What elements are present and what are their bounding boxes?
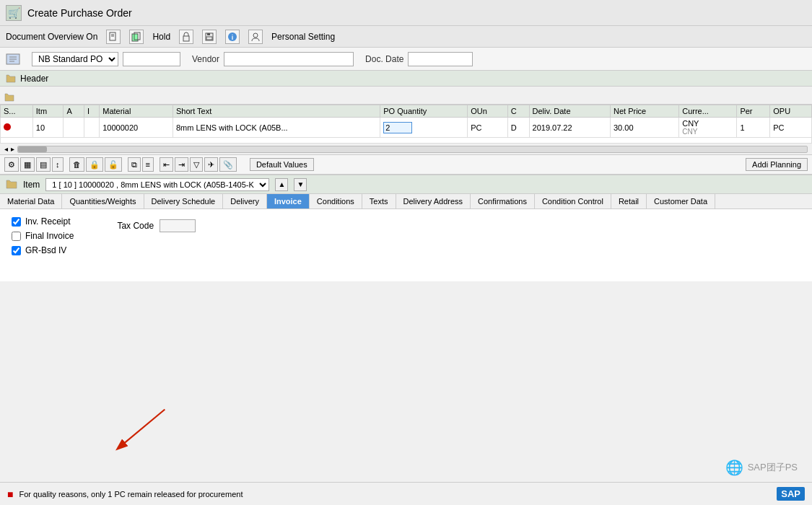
- filter-icon[interactable]: ▦: [20, 157, 35, 172]
- title-bar: 🛒 Create Purchase Order: [0, 0, 812, 26]
- page-title: Create Purchase Order: [27, 7, 132, 19]
- tab-texts[interactable]: Texts: [362, 194, 396, 208]
- po-type-field: NB Standard PO: [32, 52, 180, 66]
- svg-rect-7: [207, 33, 210, 35]
- detail-down-btn[interactable]: ▼: [294, 178, 307, 191]
- col-deliv-date: Deliv. Date: [529, 105, 610, 118]
- vendor-input[interactable]: 200062: [224, 52, 354, 66]
- cell-net-price: 30.00: [610, 118, 678, 138]
- po-type-icon: [6, 53, 20, 65]
- app-icon: 🛒: [6, 5, 22, 21]
- vendor-field: Vendor 200062: [192, 52, 354, 66]
- nav-icons-group: ⚙ ▦ ▤ ↕ 🗑 🔒 🔓 ⧉ ≡ ⇤ ⇥ ▽ ✈ 📎: [4, 157, 237, 172]
- col-i: I: [84, 105, 100, 118]
- delete-icon[interactable]: 🗑: [69, 157, 84, 172]
- inv-receipt-label: Inv. Receipt: [25, 216, 70, 227]
- gr-bsd-iv-checkbox[interactable]: [12, 246, 21, 255]
- po-qty-input[interactable]: [383, 122, 412, 133]
- tab-delivery-address[interactable]: Delivery Address: [396, 194, 471, 208]
- watermark-text: SAP团子PS: [748, 461, 798, 474]
- col-oun: OUn: [468, 105, 508, 118]
- tab-invoice[interactable]: Invoice: [267, 194, 310, 208]
- table-row[interactable]: 10 10000020 8mm LENS with LOCK (A05B... …: [1, 118, 812, 138]
- addi-planning-btn[interactable]: Addi Planning: [746, 158, 808, 171]
- tax-code-input[interactable]: [160, 219, 196, 232]
- inv-receipt-checkbox[interactable]: [12, 217, 21, 227]
- cell-opu: PC: [770, 118, 812, 138]
- sap-logo: SAP: [777, 487, 805, 501]
- horizontal-scrollbar[interactable]: [17, 146, 808, 153]
- item-select-dropdown[interactable]: 1 [ 10 ] 10000020 , 8mm LENS with LOCK (…: [45, 178, 269, 191]
- cell-deliv-date: 2019.07.22: [529, 118, 610, 138]
- doc-date-input[interactable]: 2019.04.12: [408, 52, 473, 66]
- po-type-dropdown[interactable]: NB Standard PO: [32, 52, 118, 66]
- folder-icon: [6, 74, 16, 84]
- tab-confirmations[interactable]: Confirmations: [471, 194, 535, 208]
- tab-condition-control[interactable]: Condition Control: [535, 194, 611, 208]
- col-currency: Curre...: [679, 105, 737, 118]
- tab-quantities-weights[interactable]: Quantities/Weights: [62, 194, 144, 208]
- status-dot-red: [4, 123, 11, 131]
- save-icon[interactable]: [202, 30, 217, 44]
- tax-code-row: Tax Code: [117, 219, 196, 232]
- cell-a: [64, 118, 84, 138]
- table-settings-icon[interactable]: ⚙: [4, 157, 19, 172]
- layout-icon[interactable]: ▤: [36, 157, 51, 172]
- cell-short-text: 8mm LENS with LOCK (A05B...: [173, 118, 380, 138]
- lock2-icon[interactable]: 🔒: [86, 157, 103, 172]
- copy-doc-icon[interactable]: [129, 30, 144, 44]
- col-per: Per: [737, 105, 770, 118]
- status-message: For quality reasons, only 1 PC remain re…: [19, 490, 243, 499]
- attach-icon[interactable]: 📎: [219, 157, 237, 172]
- col-itm: Itm: [32, 105, 64, 118]
- tab-customer-data[interactable]: Customer Data: [647, 194, 715, 208]
- align-left-icon[interactable]: ⇤: [160, 157, 173, 172]
- col-status: S...: [1, 105, 33, 118]
- tab-material-data[interactable]: Material Data: [0, 194, 62, 208]
- watermark: 🌐 SAP团子PS: [725, 459, 798, 476]
- scroll-left-icon[interactable]: ◂: [4, 145, 8, 153]
- tab-retail[interactable]: Retail: [611, 194, 647, 208]
- filter2-icon[interactable]: ▽: [190, 157, 203, 172]
- error-icon: ■: [7, 488, 13, 500]
- cell-itm: 10: [32, 118, 64, 138]
- items-table: S... Itm A I Material Short Text PO Quan…: [0, 105, 812, 144]
- final-invoice-label: Final Invoice: [25, 231, 74, 241]
- cell-po-qty[interactable]: [380, 118, 468, 138]
- person-settings-icon[interactable]: [248, 30, 263, 44]
- personal-setting-btn[interactable]: Personal Setting: [271, 32, 335, 42]
- detail-section: Item 1 [ 10 ] 10000020 , 8mm LENS with L…: [0, 175, 812, 281]
- final-invoice-checkbox[interactable]: [12, 232, 21, 241]
- detail-header: Item 1 [ 10 ] 10000020 , 8mm LENS with L…: [0, 175, 812, 194]
- plane-icon[interactable]: ✈: [204, 157, 218, 172]
- rows-icon[interactable]: ≡: [142, 157, 154, 172]
- cell-c: D: [507, 118, 529, 138]
- col-a: A: [64, 105, 84, 118]
- document-overview-btn[interactable]: Document Overview On: [6, 32, 97, 42]
- align-right-icon[interactable]: ⇥: [175, 157, 188, 172]
- hold-btn[interactable]: Hold: [152, 32, 170, 42]
- items-folder-icon: [4, 92, 14, 102]
- tab-conditions[interactable]: Conditions: [310, 194, 362, 208]
- col-material: Material: [100, 105, 173, 118]
- tab-delivery-schedule[interactable]: Delivery Schedule: [144, 194, 224, 208]
- header-collapse-label: Header: [20, 74, 48, 84]
- empty-row: [1, 138, 812, 144]
- unlock-icon[interactable]: 🔓: [105, 157, 122, 172]
- invoice-content: Inv. Receipt Final Invoice GR-Bsd IV Tax…: [0, 209, 812, 281]
- col-opu: OPU: [770, 105, 812, 118]
- po-type-extra-input[interactable]: [123, 52, 180, 66]
- final-invoice-row: Final Invoice: [12, 231, 74, 241]
- new-doc-icon[interactable]: [106, 30, 121, 44]
- tab-delivery[interactable]: Delivery: [223, 194, 267, 208]
- vendor-label: Vendor: [192, 54, 219, 64]
- info-icon[interactable]: i: [225, 30, 240, 44]
- default-values-btn[interactable]: Default Values: [250, 158, 314, 171]
- lock-icon[interactable]: [179, 30, 193, 44]
- scroll-right-icon[interactable]: ▸: [11, 145, 14, 153]
- header-collapse-bar[interactable]: Header: [0, 71, 812, 87]
- sort-icon[interactable]: ↕: [52, 157, 64, 172]
- copy-row-icon[interactable]: ⧉: [128, 157, 141, 172]
- doc-date-field: Doc. Date 2019.04.12: [365, 52, 473, 66]
- detail-up-btn[interactable]: ▲: [275, 178, 288, 191]
